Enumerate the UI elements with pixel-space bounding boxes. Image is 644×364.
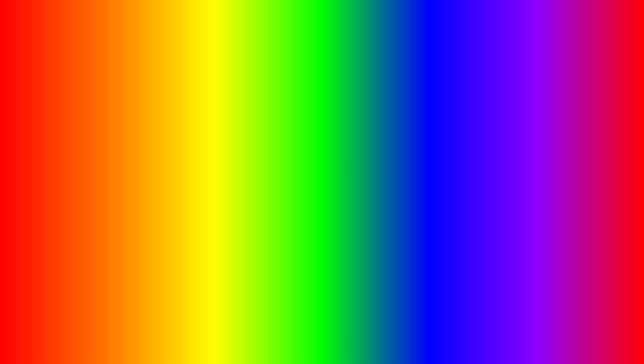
auto-awake-label: Auto Awake — [380, 158, 401, 162]
right-raid-icon: 🎮 — [337, 143, 343, 148]
right-sidebar-shop-label: Shop — [345, 155, 355, 160]
select-dungeon-arrow: ▶ — [484, 101, 487, 107]
right-sidebar: 🎅 Z 👤 Player ⚔️ Pvp Misc 📍 Teleport/Sv — [333, 89, 376, 196]
sidebar-item-settings[interactable]: ⚙️ Settings — [153, 129, 196, 140]
left-titlebar-label: Zaq... — [200, 92, 307, 98]
auto-farm-level-label: Auto Farm Level — [200, 134, 230, 138]
right-main-content: Za... Select Dungeon : Dough ▶ Auto Buy … — [376, 89, 491, 196]
right-teleport-icon: 📍 — [337, 132, 343, 137]
auto-buy-chip-label: Auto Buy Chip Raid — [380, 114, 415, 118]
player-icon: 👤 — [157, 143, 163, 148]
right-sidebar-pvp-label: Pvp Misc — [345, 121, 363, 126]
stop-tween-button[interactable]: Stop Tween — [380, 181, 487, 191]
right-sidebar-raid[interactable]: 🎮 Raid — [333, 140, 376, 151]
right-ui-window: 🎅 Z 👤 Player ⚔️ Pvp Misc 📍 Teleport/Sv — [332, 88, 492, 197]
teleport-to-lab-button[interactable]: Teleport to Lab — [380, 168, 487, 178]
sidebar-item-teleport[interactable]: 📍 Teleport/Sv — [153, 163, 196, 174]
bottom-v4: V4 — [274, 321, 313, 357]
select-weapon-arrow: ▶ — [303, 114, 307, 119]
right-sidebar-pvp[interactable]: ⚔️ Pvp Misc — [333, 118, 376, 128]
home-icon-2: 🏠 — [157, 120, 163, 126]
right-sidebar-misc-label: Misc — [345, 166, 354, 171]
right-pvp-icon: ⚔️ — [337, 120, 343, 126]
bottom-race: RACE — [181, 321, 271, 357]
sidebar-label-player: Player — [165, 143, 178, 148]
raid-item-auto-start[interactable]: Auto Start Raid — [380, 123, 487, 132]
sidebar-item-main2[interactable]: 🏠 Main 2 — [153, 118, 196, 128]
raid-item-auto-next[interactable]: Auto Next Island — [380, 134, 487, 143]
divider-line-right — [261, 126, 307, 126]
sidebar-label-teleport: Teleport/Sv — [165, 166, 187, 171]
right-misc-icon: 📋 — [337, 166, 343, 171]
auto-farm-level-item[interactable]: Auto Farm Level — [200, 132, 307, 140]
auto-random-surprise-item[interactable]: Auto Random Surprise — [200, 162, 307, 170]
teleport-icon: 📍 — [157, 166, 163, 171]
right-sidebar-teleport-label: Teleport/Sv — [345, 132, 367, 137]
select-weapon-label: Select Weapon : Melee — [200, 114, 242, 119]
discord-copy-button[interactable]: Copy Link Discord Server — [200, 100, 307, 110]
right-sidebar-raid-label: Raid — [345, 143, 354, 148]
right-sidebar-misc[interactable]: 📋 Misc — [333, 163, 376, 174]
bottom-update: UPDATE — [50, 321, 178, 357]
sidebar-label-pvp: Pvp Misc — [165, 155, 183, 160]
auto-farm-bone-label: Auto Farm Bone — [200, 154, 229, 159]
bottom-script: SCRIPT — [317, 321, 433, 357]
auto-next-island-label: Auto Next Island — [380, 136, 410, 140]
gear-icon: ⚙️ — [157, 132, 163, 137]
sidebar-item-pvp[interactable]: ⚔️ Pvp Misc — [153, 152, 196, 162]
auto-start-raid-label: Auto Start Raid — [380, 125, 407, 129]
left-ui-window: 🎅 Z 🏠 Main 🏠 Main 2 ⚙️ Settings — [152, 88, 312, 197]
raid-item-auto-buy[interactable]: Auto Buy Chip Raid — [380, 112, 487, 121]
left-panel-wrapper: THE BEST TOP 1 🎅 Z 🏠 Main 🏠 Main 2 — [152, 67, 312, 197]
divider-line-left — [200, 126, 246, 126]
subtitle-left: THE BEST TOP 1 — [163, 67, 301, 85]
logo-circle-right: 🎅 Z — [336, 92, 352, 109]
raid-item-kill-aura[interactable]: Kill Aura — [380, 145, 487, 154]
santa-hat-left: 🎅 — [158, 89, 165, 97]
left-sidebar: 🎅 Z 🏠 Main 🏠 Main 2 ⚙️ Settings — [153, 89, 196, 196]
mob-aura-farm-item[interactable]: Mob Aura Farm — [200, 142, 307, 150]
auto-random-surprise-label: Auto Random Surprise — [200, 164, 241, 169]
title-section: BLOX FRUITS — [0, 5, 644, 58]
right-sidebar-shop[interactable]: 🛒 Shop — [333, 152, 376, 162]
farm-divider: Farm — [200, 124, 307, 128]
right-sidebar-teleport[interactable]: 📍 Teleport/Sv — [333, 129, 376, 140]
logo-z-left: Z — [162, 96, 166, 105]
right-titlebar-label: Za... — [380, 92, 487, 98]
logo-circle-left: 🎅 Z — [155, 92, 172, 109]
panels-area: THE BEST TOP 1 🎅 Z 🏠 Main 🏠 Main 2 — [0, 67, 644, 314]
main-title: BLOX FRUITS — [0, 5, 644, 58]
left-main-content: Zaq... Copy Link Discord Server Select W… — [196, 89, 311, 196]
right-panel-wrapper: SUPER SMOOTH 🎅 Z 👤 Player ⚔️ Pvp Misc — [332, 67, 492, 197]
select-dungeon-label: Select Dungeon : Dough — [380, 102, 424, 106]
logo-z-right: Z — [342, 96, 346, 105]
raid-item-auto-awake[interactable]: Auto Awake — [380, 156, 487, 165]
left-logo: 🎅 Z — [155, 92, 174, 111]
farm-label: Farm — [249, 124, 258, 128]
auto-farm-bone-item[interactable]: Auto Farm Bone — [200, 152, 307, 160]
auto-farm-level-toggle[interactable] — [298, 133, 307, 139]
sidebar-label-main2: Main 2 — [165, 121, 178, 126]
right-logo: 🎅 Z — [336, 92, 354, 111]
sidebar-item-player[interactable]: 👤 Player — [153, 140, 196, 151]
mob-aura-farm-label: Mob Aura Farm — [200, 144, 228, 149]
select-weapon-row[interactable]: Select Weapon : Melee ▶ — [200, 112, 307, 120]
santa-hat-right: 🎅 — [338, 89, 345, 97]
sidebar-label-settings: Settings — [165, 132, 181, 137]
right-shop-icon: 🛒 — [337, 154, 343, 160]
kill-aura-label: Kill Aura — [380, 147, 395, 151]
pvp-icon: ⚔️ — [157, 154, 163, 160]
bottom-section: UPDATE RACE V4 SCRIPT PASTEBIN — [0, 321, 644, 357]
select-dungeon-row[interactable]: Select Dungeon : Dough ▶ — [380, 100, 487, 108]
bottom-pastebin: PASTEBIN — [436, 321, 594, 357]
subtitle-right: SUPER SMOOTH — [343, 67, 481, 85]
